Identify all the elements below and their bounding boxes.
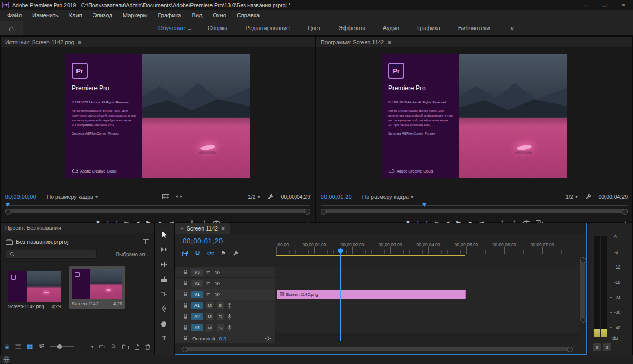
workspace-tab-effects[interactable]: Эффекты xyxy=(330,21,374,35)
track-header-v3[interactable]: V3 ⇄ xyxy=(175,267,275,277)
drag-audio-icon[interactable] xyxy=(176,194,183,199)
sync-lock-icon[interactable]: ⇄ xyxy=(206,270,210,275)
scrubber-track[interactable] xyxy=(321,205,628,206)
workspace-tab-color[interactable]: Цвет xyxy=(299,21,330,35)
mute-button[interactable]: M xyxy=(206,313,213,320)
menu-graphics[interactable]: Графика xyxy=(152,12,186,18)
solo-button[interactable]: S xyxy=(217,302,224,309)
program-resolution-dropdown[interactable]: 1/2 ▾ xyxy=(565,194,578,200)
add-marker-button[interactable]: ⚑ xyxy=(221,251,226,256)
settings-wrench-icon[interactable] xyxy=(267,194,274,200)
sync-lock-icon[interactable]: ⇄ xyxy=(206,281,210,286)
program-timecode[interactable]: 00;00;01;20 xyxy=(321,194,352,200)
program-fit-dropdown[interactable]: По размеру кадра ▾ xyxy=(362,194,413,200)
sequence-tab-label[interactable]: Screen-1142 xyxy=(187,225,218,232)
workspace-tab-editing[interactable]: Редактирование xyxy=(236,21,299,35)
timeline-settings-wrench-icon[interactable] xyxy=(233,250,239,256)
close-button[interactable]: × xyxy=(614,0,633,10)
menu-file[interactable]: Файл xyxy=(2,12,27,18)
track-label-v1[interactable]: V1 xyxy=(191,291,203,298)
track-header-a1[interactable]: A1 M S xyxy=(175,300,275,311)
mute-button[interactable]: M xyxy=(206,324,213,331)
menu-sequence[interactable]: Эпизод xyxy=(88,12,118,18)
source-viewer[interactable]: Pr Premiere Pro © 1991-2019 Adobe. All R… xyxy=(65,54,250,178)
icon-view-button[interactable] xyxy=(27,344,33,349)
linked-selection-icon[interactable] xyxy=(207,251,214,255)
menu-view[interactable]: Вид xyxy=(186,12,207,18)
track-lock-icon[interactable] xyxy=(183,314,188,319)
track-lock-icon[interactable] xyxy=(183,303,188,308)
source-zoom-scrollbar[interactable] xyxy=(5,209,310,213)
project-writable-icon[interactable] xyxy=(5,344,9,349)
track-label-a1[interactable]: A1 xyxy=(191,302,203,309)
menu-clip[interactable]: Клип xyxy=(64,12,88,18)
track-lock-icon[interactable] xyxy=(183,325,188,330)
solo-button[interactable]: S xyxy=(217,313,224,320)
new-bin-button[interactable] xyxy=(122,344,129,349)
sequence-thumbnail[interactable] xyxy=(72,269,122,299)
track-header-v1[interactable]: V1 ⇄ xyxy=(175,289,275,300)
workspace-overflow-button[interactable]: » xyxy=(510,24,514,32)
track-lane-v2[interactable] xyxy=(275,278,579,289)
track-output-eye-icon[interactable] xyxy=(214,281,220,285)
settings-wrench-icon[interactable] xyxy=(585,194,591,200)
voiceover-mic-icon[interactable] xyxy=(227,303,232,309)
menu-window[interactable]: Окно xyxy=(207,12,232,18)
timeline-timecode[interactable]: 00;00;01;20 xyxy=(183,237,223,245)
item-name[interactable]: Screen-1142 xyxy=(72,301,99,306)
track-lane-a3[interactable] xyxy=(275,322,579,333)
maximize-button[interactable]: □ xyxy=(595,0,614,10)
track-header-v2[interactable]: V2 ⇄ xyxy=(175,278,275,289)
source-monitor-header[interactable]: Источник: Screen-1142.png ≡ xyxy=(1,37,315,47)
menu-edit[interactable]: Изменить xyxy=(27,12,64,18)
track-label-v2[interactable]: V2 xyxy=(191,280,203,287)
list-view-button[interactable] xyxy=(15,344,21,349)
track-lock-icon[interactable] xyxy=(183,292,188,297)
track-lock-icon[interactable] xyxy=(183,270,188,275)
voiceover-mic-icon[interactable] xyxy=(227,325,232,331)
workspace-tab-assembly[interactable]: Сборка xyxy=(199,21,237,35)
solo-right-button[interactable]: S xyxy=(603,343,611,351)
sync-lock-icon[interactable]: ⇄ xyxy=(206,292,210,297)
close-sequence-icon[interactable]: × xyxy=(180,226,184,232)
track-header-a2[interactable]: A2 M S xyxy=(175,311,275,322)
track-select-forward-tool[interactable] xyxy=(159,246,169,253)
track-lane-a1[interactable] xyxy=(275,300,579,311)
solo-left-button[interactable]: S xyxy=(593,343,601,351)
solo-button[interactable]: S xyxy=(217,324,224,331)
freeform-view-button[interactable] xyxy=(39,344,44,349)
title-bar[interactable]: Pr Adobe Premiere Pro 2019 - C:\Пользова… xyxy=(0,0,633,10)
track-lock-icon[interactable] xyxy=(183,336,188,341)
slip-tool[interactable] xyxy=(159,290,169,298)
search-input[interactable] xyxy=(17,252,93,257)
menu-markers[interactable]: Маркеры xyxy=(118,12,153,18)
timeline-clip[interactable]: Screen-1142.png xyxy=(277,290,466,299)
mute-button[interactable]: M xyxy=(206,302,213,309)
track-lane-a2[interactable] xyxy=(275,311,579,322)
keyframe-nav-icon[interactable] xyxy=(265,336,271,341)
master-level-value[interactable]: 0,0 xyxy=(219,336,226,341)
track-lock-icon[interactable] xyxy=(183,281,188,286)
sort-button[interactable]: ≡▾ xyxy=(87,343,93,350)
workspace-tab-libraries[interactable]: Библиотеки xyxy=(449,21,499,35)
drag-video-icon[interactable] xyxy=(162,194,169,199)
thumbnail-zoom-slider[interactable] xyxy=(50,346,74,347)
program-viewer[interactable]: Pr Premiere Pro © 1991-2019 Adobe. All R… xyxy=(382,54,567,178)
panel-menu-icon[interactable]: ≡ xyxy=(65,225,68,231)
track-label-a3[interactable]: A3 xyxy=(191,324,203,331)
timeline-vertical-scrollbar[interactable] xyxy=(580,258,585,322)
source-fit-dropdown[interactable]: По размеру кадра ▾ xyxy=(47,194,98,200)
new-item-button[interactable] xyxy=(135,344,139,350)
track-label-a2[interactable]: A2 xyxy=(191,313,203,320)
program-monitor-header[interactable]: Программа: Screen-1142 ≡ xyxy=(316,37,632,47)
type-tool[interactable]: T xyxy=(159,334,169,342)
ripple-edit-tool[interactable] xyxy=(159,261,169,268)
panel-view-icon[interactable] xyxy=(143,239,149,244)
timeline-horizontal-scrollbar[interactable] xyxy=(183,347,572,351)
project-panel-header[interactable]: Проект: Без названия ≡ xyxy=(1,223,154,233)
master-track-lane[interactable] xyxy=(275,333,579,343)
workspace-tab-learning[interactable]: Обучение xyxy=(149,21,187,35)
panel-menu-icon[interactable]: ≡ xyxy=(388,39,391,45)
scrubber-track[interactable] xyxy=(5,205,310,206)
home-button[interactable]: ⌂ xyxy=(0,21,23,35)
